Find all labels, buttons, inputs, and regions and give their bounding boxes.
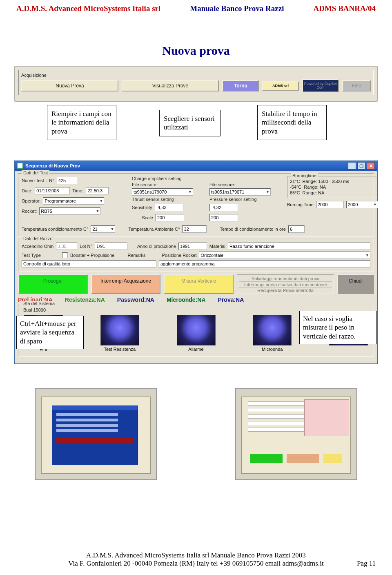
label-temp-amb: Temperatura Ambiente C°	[128, 227, 180, 232]
temp-amb-input[interactable]	[182, 225, 207, 233]
chevron-down-icon: ▼	[266, 190, 270, 194]
label-m54c: -54°C	[290, 185, 301, 189]
burning-time2-value: 2000	[348, 202, 358, 207]
bulb-allarme: Allarme	[177, 315, 216, 352]
label-file-sensore2: File sensore:	[209, 182, 283, 187]
close-icon[interactable]: ✕	[367, 162, 375, 169]
minimize-icon[interactable]: _	[348, 162, 356, 169]
page-footer: A.D.M.S. Advanced MicroSystems Italia sr…	[0, 551, 392, 568]
lower-callouts: Ctrl+Alt+mouse per avviare la sequenza d…	[14, 364, 378, 372]
bulb-test-resistenza: Test Resistenza	[100, 315, 139, 352]
visualizza-prove-button[interactable]: Visualizza Prove	[122, 80, 219, 91]
bulb-icon	[100, 315, 139, 345]
material-input[interactable]	[228, 243, 370, 250]
label-burningtime-group: Burningtime	[291, 173, 318, 178]
save-line1[interactable]: Interrompi prova e salva dati momentanei	[239, 282, 332, 288]
action-row: Prosegui Interrompi Acquisizione Misura …	[18, 274, 374, 294]
thumbnails-row	[35, 388, 357, 480]
label-testtype: Test Type	[22, 253, 41, 258]
acquisition-panel: Acquisizione Nuova Prova Visualizza Prov…	[14, 66, 378, 102]
label-temp-ore: Tempo di condizionamento in ore	[220, 227, 285, 232]
label-rocket: Rocket:	[22, 209, 37, 214]
sensibility2-input[interactable]	[209, 204, 238, 211]
lot-input[interactable]	[95, 243, 127, 250]
footer-page: Pag 11	[357, 559, 376, 568]
label-charge-amp: Charge amplifiers setting	[132, 176, 205, 181]
label-operator: Operator:	[22, 198, 40, 203]
group-burningtime: Burningtime 21°CRange: 1500 · 2500 ms -5…	[287, 176, 378, 198]
sensibility1-input[interactable]	[155, 204, 183, 211]
temp-cond-select[interactable]: 21▼	[91, 225, 115, 233]
status-resistenza: Resistenza:NA	[65, 296, 105, 303]
group-dati-razzo: Dati del Razzo Accendino Ohm Lot N° Anno…	[18, 239, 374, 272]
nuovo-test-input[interactable]	[57, 177, 78, 184]
adms-logo-button[interactable]: ADMS srl	[262, 81, 299, 91]
label-nuovo-test: Nuovo Test = N°	[22, 178, 54, 183]
testtype-input[interactable]	[22, 260, 156, 267]
date-input[interactable]	[35, 187, 70, 194]
bulb-label-allarme: Allarme	[188, 347, 203, 352]
bulb-microonda: Microonda	[253, 315, 292, 352]
file-sensore2-select[interactable]: ts9051ns179071▼	[209, 188, 271, 196]
prosegui-button[interactable]: Prosegui	[18, 274, 88, 294]
operator-select[interactable]: Programmatore▼	[43, 197, 104, 205]
save-column: Salvataggi momentanei dati prova Interro…	[237, 274, 334, 294]
bulb-label-extra	[348, 347, 349, 352]
label-remarks: Remarks	[127, 253, 145, 258]
temp-ore-input[interactable]	[288, 225, 305, 233]
header-left: A.D.M.S. Advanced MicroSystems Italia sr…	[16, 4, 160, 13]
dialog-title: Sequenza di Nuova Prov	[25, 163, 80, 168]
callout-choose-sensors: Scegliere i sensori utilizzati	[159, 110, 220, 136]
label-65c: 65°C	[290, 190, 300, 195]
maximize-icon[interactable]: ▢	[357, 162, 365, 169]
chevron-down-icon: ▼	[365, 253, 369, 257]
label-anno: Anno di produzione	[137, 244, 176, 249]
footer-line1: A.D.M.S. Advanced MicroSystems Italia sr…	[0, 551, 392, 559]
rocket-value: RB75	[41, 209, 52, 214]
bulb-label-test: Test Resistenza	[104, 347, 136, 352]
status-row: Prel inari:NA Resistenza:NA Password:NA …	[18, 296, 374, 303]
callout-ctrl-alt-mouse: Ctrl+Alt+mouse per avviare la sequenza d…	[16, 316, 84, 349]
powered-by-button[interactable]: Powered by CopSer Com	[302, 79, 339, 92]
scale1-input[interactable]	[156, 214, 184, 221]
status-microonde: Microonde:NA	[167, 296, 206, 303]
nuova-prova-button[interactable]: Nuova Prova	[21, 80, 118, 91]
chevron-down-icon: ▼	[110, 227, 114, 231]
save-line2[interactable]: Recupera la Prova interrotta	[239, 288, 332, 293]
page-header: A.D.M.S. Advanced MicroSystems Italia sr…	[0, 0, 392, 15]
label-temp-cond: Temperatura condizionamento C°	[22, 227, 88, 232]
range-m54c: Range: NA	[304, 185, 326, 189]
label-time: Time:	[72, 188, 83, 193]
acq-fieldset: Acquisizione Nuova Prova Visualizza Prov…	[18, 70, 374, 95]
status-prova: Prova:NA	[218, 296, 244, 303]
label-thrust-setting: Thrust sensor setting	[132, 197, 205, 202]
time-input[interactable]	[86, 187, 109, 194]
file-sensore1-select[interactable]: ts9051ns179070▼	[132, 188, 193, 196]
chiudi-button[interactable]: Chiudi	[337, 274, 374, 294]
group-label-test: Dati del Test	[22, 170, 49, 175]
file-sensore1-value: ts9051ns179070	[134, 189, 167, 194]
rocket-select[interactable]: RB75▼	[39, 207, 100, 215]
torna-button[interactable]: Torna	[222, 80, 259, 91]
pos-rocket-value: Orizzontale	[200, 253, 223, 258]
group-label-razzo: Dati del Razzo	[22, 236, 54, 241]
booster-checkbox[interactable]	[62, 252, 68, 258]
remarks-input[interactable]	[159, 260, 370, 267]
interrompi-button[interactable]: Interrompi Acquisizione	[91, 274, 161, 294]
page-title: Nuova prova	[0, 44, 392, 58]
pos-rocket-select[interactable]: Orizzontale▼	[199, 252, 370, 259]
acq-legend: Acquisizione	[21, 73, 371, 78]
fine-button[interactable]: Fine	[342, 80, 371, 91]
scale2-input[interactable]	[209, 214, 238, 221]
burning-time1-input[interactable]	[316, 201, 344, 208]
accendino-input	[56, 243, 77, 250]
callout-vertical-weight: Nel caso si voglia misurare il peso in v…	[299, 311, 377, 344]
burning-time2-select[interactable]: 2000▼	[346, 201, 378, 208]
label-booster: Booster + Propulsione	[70, 253, 115, 258]
app-icon	[17, 163, 23, 169]
header-right: ADMS BANRA/04	[313, 4, 376, 13]
callout-fill-fields: Riempire i campi con le informazioni del…	[47, 105, 116, 140]
misura-verticale-button[interactable]: Misura Verticale	[164, 274, 234, 294]
anno-input[interactable]	[178, 243, 207, 250]
label-pressure-setting: Pressure sensor setting	[209, 197, 283, 202]
